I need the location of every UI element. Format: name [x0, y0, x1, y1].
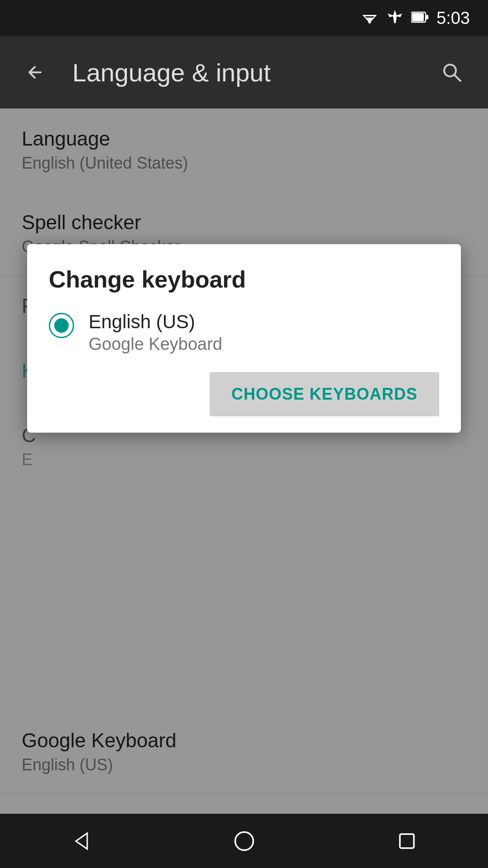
search-button[interactable] [434, 54, 470, 90]
radio-inner [54, 318, 69, 333]
choose-keyboards-button[interactable]: CHOOSE KEYBOARDS [210, 372, 439, 416]
nav-back-button[interactable] [59, 823, 104, 859]
svg-rect-11 [400, 834, 414, 848]
svg-rect-5 [426, 15, 428, 19]
dialog-title: Change keyboard [49, 266, 439, 293]
dialog-actions: CHOOSE KEYBOARDS [49, 372, 439, 416]
option-subtitle: Google Keyboard [89, 335, 222, 354]
airplane-icon [387, 9, 403, 27]
battery-icon [411, 10, 428, 26]
svg-point-3 [368, 21, 371, 24]
nav-bar [0, 814, 488, 868]
modal-overlay[interactable] [0, 108, 488, 814]
nav-recent-button[interactable] [384, 823, 429, 859]
back-button[interactable] [18, 54, 54, 90]
svg-point-10 [235, 832, 253, 850]
option-title: English (US) [89, 311, 222, 333]
option-text: English (US) Google Keyboard [89, 311, 222, 354]
change-keyboard-dialog: Change keyboard English (US) Google Keyb… [27, 244, 461, 433]
settings-content: Language English (United States) Spell c… [0, 108, 488, 814]
wifi-icon [361, 10, 379, 26]
status-icons: 5:03 [361, 9, 470, 28]
nav-home-button[interactable] [221, 823, 267, 859]
status-bar: 5:03 [0, 0, 488, 36]
app-bar-title: Language & input [72, 58, 416, 87]
status-time: 5:03 [436, 9, 470, 28]
svg-line-8 [454, 75, 460, 81]
keyboard-option[interactable]: English (US) Google Keyboard [49, 311, 439, 354]
svg-rect-6 [412, 13, 424, 21]
svg-marker-9 [76, 833, 87, 849]
radio-button-english-us[interactable] [49, 313, 74, 338]
app-bar: Language & input [0, 36, 488, 108]
